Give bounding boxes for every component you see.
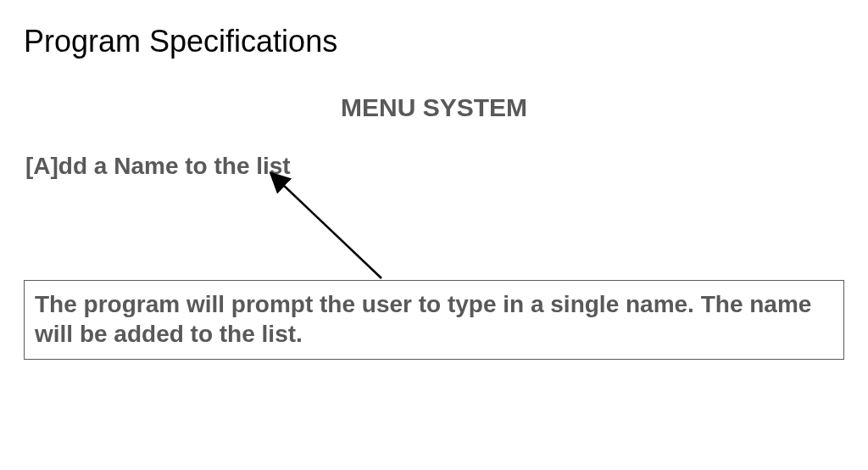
arrow-annotation (0, 0, 868, 470)
menu-option-add: [A]dd a Name to the list (25, 153, 291, 180)
svg-line-1 (281, 183, 381, 278)
page-title: Program Specifications (24, 24, 337, 59)
description-box: The program will prompt the user to type… (24, 280, 844, 360)
menu-system-heading: MENU SYSTEM (0, 93, 868, 122)
